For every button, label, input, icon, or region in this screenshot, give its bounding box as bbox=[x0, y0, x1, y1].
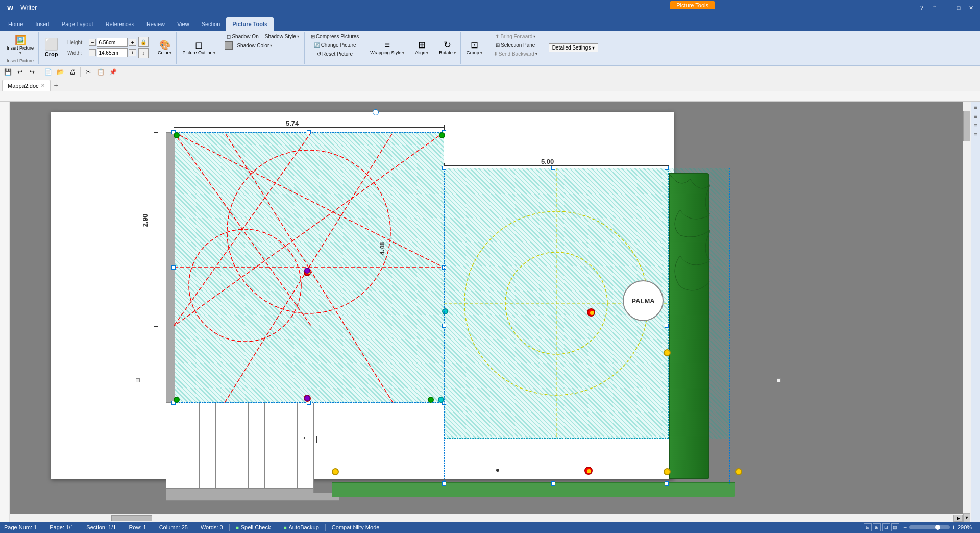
handle-r-bl[interactable] bbox=[442, 481, 446, 486]
zoom-out-btn[interactable]: − bbox=[903, 524, 907, 531]
selection-pane-btn[interactable]: ⊞ Selection Pane bbox=[494, 41, 537, 49]
scroll-down-btn[interactable]: ▼ bbox=[963, 513, 970, 522]
tab-section[interactable]: Section bbox=[195, 17, 227, 31]
tab-page-layout[interactable]: Page Layout bbox=[56, 17, 100, 31]
lock-aspect-btn[interactable]: 🔒 bbox=[138, 37, 149, 47]
save-btn[interactable]: 💾 bbox=[2, 66, 13, 78]
new-btn[interactable]: 📄 bbox=[42, 66, 54, 78]
dim-label-500: 5.00 bbox=[541, 158, 554, 165]
shadow-on-btn[interactable]: ◻ Shadow On bbox=[225, 33, 260, 40]
height-increase-btn[interactable]: + bbox=[129, 39, 136, 46]
view-mode-1[interactable]: ⊟ bbox=[864, 523, 872, 531]
handle-mr[interactable] bbox=[442, 265, 446, 270]
dim-line-290-v bbox=[156, 132, 156, 326]
maximize-btn[interactable]: □ bbox=[953, 3, 964, 13]
rotate-icon: ↻ bbox=[444, 39, 451, 51]
shadow-color-btn[interactable]: Shadow Color ▾ bbox=[235, 42, 274, 50]
dot-yellow-3 bbox=[332, 468, 339, 475]
ribbon-toggle-btn[interactable]: ⌃ bbox=[929, 3, 939, 13]
zoom-in-btn[interactable]: + bbox=[952, 524, 955, 531]
aspect-controls: 🔒 ↕ bbox=[138, 37, 149, 58]
tab-home[interactable]: Home bbox=[2, 17, 29, 31]
scroll-h-thumb[interactable] bbox=[111, 515, 152, 521]
handle-right-2[interactable] bbox=[777, 378, 781, 382]
tab-references[interactable]: References bbox=[100, 17, 140, 31]
tab-insert[interactable]: Insert bbox=[29, 17, 56, 31]
view-mode-3[interactable]: ⊡ bbox=[882, 523, 890, 531]
handle-ml[interactable] bbox=[172, 265, 176, 270]
rotate-btn[interactable]: ↻ Rotate ▾ bbox=[437, 39, 457, 56]
width-input[interactable] bbox=[97, 48, 128, 57]
change-label: Change Picture bbox=[321, 42, 356, 48]
wrapping-arrow: ▾ bbox=[402, 51, 404, 55]
handle-tm[interactable] bbox=[307, 130, 311, 134]
insert-picture-group-label: Insert Picture bbox=[5, 57, 35, 63]
color-btn[interactable]: 🎨 Color ▾ bbox=[156, 39, 174, 56]
height-input[interactable] bbox=[97, 38, 128, 47]
ribbon-group-bring: ⬆ Bring Forward ▾ ⊞ Selection Pane ⬇ Sen… bbox=[488, 32, 543, 64]
wrapping-style-btn[interactable]: ≡ Wrapping Style ▾ bbox=[369, 39, 406, 56]
handle-r-ml[interactable] bbox=[442, 324, 446, 328]
view-mode-4[interactable]: ▤ bbox=[891, 523, 899, 531]
view-mode-2[interactable]: ⊞ bbox=[873, 523, 881, 531]
copy-btn[interactable]: 📋 bbox=[95, 66, 106, 78]
tab-view[interactable]: View bbox=[171, 17, 195, 31]
status-page-num: Page Num: 1 bbox=[4, 524, 37, 530]
insert-picture-btn[interactable]: 🖼️ Insert Picture ▾ bbox=[5, 34, 35, 56]
dot-yellow-4 bbox=[735, 468, 742, 475]
zoom-slider[interactable] bbox=[909, 525, 950, 529]
bring-forward-btn[interactable]: ⬆ Bring Forward ▾ bbox=[493, 33, 537, 40]
handle-right-1[interactable] bbox=[136, 378, 140, 382]
open-btn[interactable]: 📂 bbox=[55, 66, 66, 78]
minimize-btn[interactable]: − bbox=[941, 3, 951, 13]
print-btn[interactable]: 🖨 bbox=[67, 66, 78, 78]
handle-r-tr[interactable] bbox=[665, 166, 669, 170]
change-picture-btn[interactable]: 🔄 Change Picture bbox=[312, 41, 358, 49]
reset-picture-btn[interactable]: ↺ Reset Picture bbox=[315, 50, 355, 58]
status-spell-check[interactable]: ■ Spell Check bbox=[236, 524, 271, 530]
cut-btn[interactable]: ✂ bbox=[83, 66, 94, 78]
canvas-area[interactable]: 5.74 5.00 2.90 bbox=[0, 91, 980, 522]
picture-tools-header: Picture Tools bbox=[670, 1, 715, 9]
sidebar-icon-4[interactable]: ≡ bbox=[974, 122, 977, 129]
scroll-right-btn[interactable]: ▶ bbox=[953, 515, 963, 522]
width-decrease-btn[interactable]: − bbox=[89, 49, 96, 56]
undo-btn[interactable]: ↩ bbox=[14, 66, 26, 78]
handle-r-mr[interactable] bbox=[665, 324, 669, 328]
scroll-thumb[interactable] bbox=[963, 111, 970, 141]
rotation-handle[interactable] bbox=[373, 109, 379, 115]
ribbon-group-shadow: ◻ Shadow On Shadow Style ▾ Shadow Color … bbox=[222, 32, 304, 64]
paste-btn[interactable]: 📌 bbox=[107, 66, 118, 78]
shadow-style-btn[interactable]: Shadow Style ▾ bbox=[263, 33, 301, 40]
handle-r-tl[interactable] bbox=[442, 166, 446, 170]
add-tab-btn[interactable]: + bbox=[51, 80, 62, 91]
help-btn[interactable]: ? bbox=[917, 3, 927, 13]
insert-picture-arrow: ▾ bbox=[19, 51, 21, 55]
handle-r-br[interactable] bbox=[665, 481, 669, 486]
redo-btn[interactable]: ↪ bbox=[27, 66, 38, 78]
status-auto-backup[interactable]: ■ AutoBackup bbox=[283, 524, 318, 530]
sidebar-icon-2[interactable]: ≡ bbox=[974, 104, 977, 111]
tab-picture-tools[interactable]: Picture Tools bbox=[226, 17, 274, 31]
crop-btn[interactable]: ⬜ Crop bbox=[43, 37, 60, 58]
group-btn[interactable]: ⊡ Group ▾ bbox=[465, 39, 484, 56]
doc-tab-close[interactable]: ✕ bbox=[41, 83, 45, 88]
original-size-btn[interactable]: ↕ bbox=[138, 48, 149, 58]
height-decrease-btn[interactable]: − bbox=[89, 39, 96, 46]
align-btn[interactable]: ⊞ Align ▾ bbox=[413, 39, 430, 56]
compress-pictures-btn[interactable]: ⊞ Compress Pictures bbox=[309, 33, 361, 40]
picture-outline-btn[interactable]: ◻ Picture Outline ▾ bbox=[181, 39, 217, 56]
tab-review[interactable]: Review bbox=[140, 17, 171, 31]
width-increase-btn[interactable]: + bbox=[129, 49, 136, 56]
send-backward-btn[interactable]: ⬇ Send Backward ▾ bbox=[492, 50, 540, 58]
handle-r-bm[interactable] bbox=[551, 481, 555, 486]
handle-r-tm[interactable] bbox=[551, 166, 555, 170]
sidebar-icon-3[interactable]: ≡ bbox=[974, 113, 977, 120]
doc-tab-label: Mappa2.doc bbox=[8, 83, 39, 89]
close-btn[interactable]: ✕ bbox=[966, 3, 976, 13]
detailed-settings-btn[interactable]: Detailed Settings ▾ bbox=[547, 43, 600, 53]
horizontal-scrollbar[interactable]: ◀ ▶ bbox=[0, 514, 963, 522]
vertical-scrollbar[interactable]: ▲ ▼ bbox=[963, 91, 971, 522]
sidebar-icon-5[interactable]: ≡ bbox=[974, 131, 977, 138]
doc-tab-mappa2[interactable]: Mappa2.doc ✕ bbox=[2, 80, 51, 91]
